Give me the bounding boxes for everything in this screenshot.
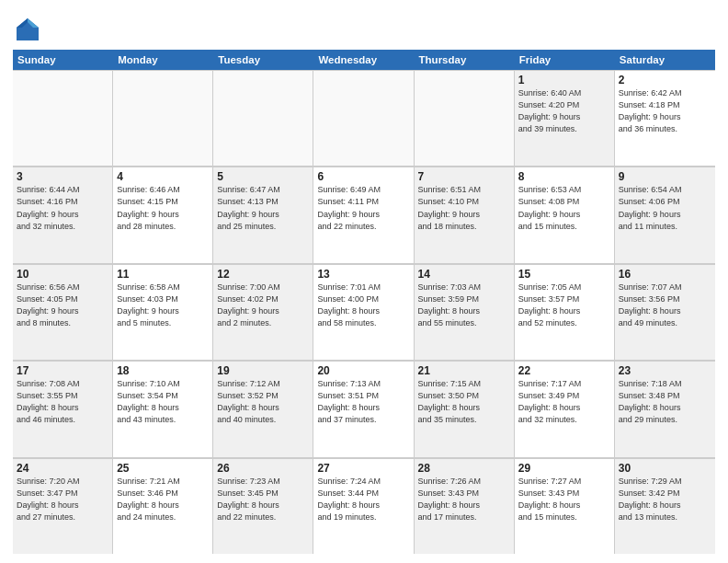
calendar-row-2: 10Sunrise: 6:56 AM Sunset: 4:05 PM Dayli… <box>13 264 715 361</box>
day-number: 12 <box>217 268 309 281</box>
day-info: Sunrise: 7:17 AM Sunset: 3:49 PM Dayligh… <box>518 378 610 426</box>
header-cell-friday: Friday <box>515 50 615 70</box>
day-info: Sunrise: 6:47 AM Sunset: 4:13 PM Dayligh… <box>217 184 309 232</box>
header-cell-saturday: Saturday <box>615 50 715 70</box>
calendar-cell-3-1: 18Sunrise: 7:10 AM Sunset: 3:54 PM Dayli… <box>113 361 213 456</box>
day-info: Sunrise: 6:49 AM Sunset: 4:11 PM Dayligh… <box>317 184 409 232</box>
day-info: Sunrise: 7:15 AM Sunset: 3:50 PM Dayligh… <box>418 378 510 426</box>
calendar-cell-3-2: 19Sunrise: 7:12 AM Sunset: 3:52 PM Dayli… <box>213 361 313 456</box>
day-number: 19 <box>217 364 309 377</box>
day-info: Sunrise: 7:20 AM Sunset: 3:47 PM Dayligh… <box>17 476 108 523</box>
day-number: 26 <box>217 462 309 475</box>
header-cell-thursday: Thursday <box>415 50 515 70</box>
calendar-cell-2-0: 10Sunrise: 6:56 AM Sunset: 4:05 PM Dayli… <box>13 264 113 360</box>
day-info: Sunrise: 6:53 AM Sunset: 4:08 PM Dayligh… <box>518 184 610 232</box>
day-info: Sunrise: 7:18 AM Sunset: 3:48 PM Dayligh… <box>619 378 711 426</box>
calendar-cell-2-5: 15Sunrise: 7:05 AM Sunset: 3:57 PM Dayli… <box>515 264 615 360</box>
calendar-row-3: 17Sunrise: 7:08 AM Sunset: 3:55 PM Dayli… <box>13 361 715 457</box>
calendar-cell-1-0: 3Sunrise: 6:44 AM Sunset: 4:16 PM Daylig… <box>13 167 113 262</box>
calendar-cell-2-4: 14Sunrise: 7:03 AM Sunset: 3:59 PM Dayli… <box>415 264 515 360</box>
day-number: 14 <box>418 268 510 281</box>
calendar-cell-0-0 <box>13 70 113 166</box>
calendar-cell-3-0: 17Sunrise: 7:08 AM Sunset: 3:55 PM Dayli… <box>13 361 113 456</box>
day-info: Sunrise: 7:13 AM Sunset: 3:51 PM Dayligh… <box>317 378 409 426</box>
day-number: 11 <box>117 268 209 281</box>
calendar-cell-0-4 <box>415 70 515 166</box>
day-number: 1 <box>518 74 610 86</box>
day-info: Sunrise: 7:05 AM Sunset: 3:57 PM Dayligh… <box>518 282 610 329</box>
calendar-cell-0-3 <box>313 70 414 166</box>
calendar-cell-4-3: 27Sunrise: 7:24 AM Sunset: 3:44 PM Dayli… <box>313 458 414 554</box>
calendar-cell-2-3: 13Sunrise: 7:01 AM Sunset: 4:00 PM Dayli… <box>313 264 414 360</box>
day-info: Sunrise: 7:26 AM Sunset: 3:43 PM Dayligh… <box>418 476 510 523</box>
calendar-cell-1-2: 5Sunrise: 6:47 AM Sunset: 4:13 PM Daylig… <box>213 167 313 262</box>
calendar-cell-1-6: 9Sunrise: 6:54 AM Sunset: 4:06 PM Daylig… <box>615 167 715 262</box>
calendar: SundayMondayTuesdayWednesdayThursdayFrid… <box>13 50 715 554</box>
calendar-cell-4-2: 26Sunrise: 7:23 AM Sunset: 3:45 PM Dayli… <box>213 458 313 554</box>
logo-icon <box>13 15 42 44</box>
logo <box>13 15 46 44</box>
calendar-cell-1-5: 8Sunrise: 6:53 AM Sunset: 4:08 PM Daylig… <box>515 167 615 262</box>
day-info: Sunrise: 6:54 AM Sunset: 4:06 PM Dayligh… <box>619 184 711 232</box>
day-info: Sunrise: 7:29 AM Sunset: 3:42 PM Dayligh… <box>619 476 711 523</box>
calendar-cell-1-3: 6Sunrise: 6:49 AM Sunset: 4:11 PM Daylig… <box>313 167 414 262</box>
day-info: Sunrise: 6:46 AM Sunset: 4:15 PM Dayligh… <box>117 184 209 232</box>
calendar-cell-0-5: 1Sunrise: 6:40 AM Sunset: 4:20 PM Daylig… <box>515 70 615 166</box>
calendar-cell-3-4: 21Sunrise: 7:15 AM Sunset: 3:50 PM Dayli… <box>415 361 515 456</box>
calendar-body: 1Sunrise: 6:40 AM Sunset: 4:20 PM Daylig… <box>13 70 715 554</box>
day-number: 7 <box>418 170 510 183</box>
day-info: Sunrise: 6:51 AM Sunset: 4:10 PM Dayligh… <box>418 184 510 232</box>
calendar-row-1: 3Sunrise: 6:44 AM Sunset: 4:16 PM Daylig… <box>13 167 715 263</box>
calendar-cell-4-6: 30Sunrise: 7:29 AM Sunset: 3:42 PM Dayli… <box>615 458 715 554</box>
day-number: 22 <box>518 364 610 377</box>
calendar-header: SundayMondayTuesdayWednesdayThursdayFrid… <box>13 50 715 70</box>
calendar-cell-2-6: 16Sunrise: 7:07 AM Sunset: 3:56 PM Dayli… <box>615 264 715 360</box>
day-number: 18 <box>117 364 209 377</box>
calendar-row-4: 24Sunrise: 7:20 AM Sunset: 3:47 PM Dayli… <box>13 458 715 554</box>
day-info: Sunrise: 6:56 AM Sunset: 4:05 PM Dayligh… <box>17 282 108 329</box>
day-number: 21 <box>418 364 510 377</box>
day-info: Sunrise: 7:24 AM Sunset: 3:44 PM Dayligh… <box>317 476 409 523</box>
day-number: 13 <box>317 268 409 281</box>
day-number: 8 <box>518 170 610 183</box>
page: SundayMondayTuesdayWednesdayThursdayFrid… <box>0 0 728 563</box>
calendar-cell-1-1: 4Sunrise: 6:46 AM Sunset: 4:15 PM Daylig… <box>113 167 213 262</box>
day-info: Sunrise: 7:10 AM Sunset: 3:54 PM Dayligh… <box>117 378 209 426</box>
day-info: Sunrise: 7:27 AM Sunset: 3:43 PM Dayligh… <box>518 476 610 523</box>
header-cell-tuesday: Tuesday <box>213 50 313 70</box>
header <box>13 11 715 44</box>
day-info: Sunrise: 7:08 AM Sunset: 3:55 PM Dayligh… <box>17 378 108 426</box>
calendar-cell-2-1: 11Sunrise: 6:58 AM Sunset: 4:03 PM Dayli… <box>113 264 213 360</box>
day-info: Sunrise: 7:21 AM Sunset: 3:46 PM Dayligh… <box>117 476 209 523</box>
day-number: 20 <box>317 364 409 377</box>
calendar-cell-2-2: 12Sunrise: 7:00 AM Sunset: 4:02 PM Dayli… <box>213 264 313 360</box>
day-info: Sunrise: 7:00 AM Sunset: 4:02 PM Dayligh… <box>217 282 309 329</box>
day-number: 27 <box>317 462 409 475</box>
day-info: Sunrise: 7:23 AM Sunset: 3:45 PM Dayligh… <box>217 476 309 523</box>
day-number: 6 <box>317 170 409 183</box>
day-info: Sunrise: 7:07 AM Sunset: 3:56 PM Dayligh… <box>619 282 711 329</box>
day-number: 15 <box>518 268 610 281</box>
day-number: 16 <box>619 268 711 281</box>
day-number: 29 <box>518 462 610 475</box>
day-number: 4 <box>117 170 209 183</box>
calendar-cell-4-4: 28Sunrise: 7:26 AM Sunset: 3:43 PM Dayli… <box>415 458 515 554</box>
calendar-cell-3-6: 23Sunrise: 7:18 AM Sunset: 3:48 PM Dayli… <box>615 361 715 456</box>
day-number: 3 <box>17 170 108 183</box>
day-number: 30 <box>619 462 711 475</box>
day-number: 23 <box>619 364 711 377</box>
calendar-cell-4-5: 29Sunrise: 7:27 AM Sunset: 3:43 PM Dayli… <box>515 458 615 554</box>
day-info: Sunrise: 7:01 AM Sunset: 4:00 PM Dayligh… <box>317 282 409 329</box>
day-info: Sunrise: 7:03 AM Sunset: 3:59 PM Dayligh… <box>418 282 510 329</box>
calendar-cell-0-6: 2Sunrise: 6:42 AM Sunset: 4:18 PM Daylig… <box>615 70 715 166</box>
day-number: 17 <box>17 364 108 377</box>
calendar-cell-0-1 <box>113 70 213 166</box>
calendar-cell-3-5: 22Sunrise: 7:17 AM Sunset: 3:49 PM Dayli… <box>515 361 615 456</box>
day-number: 10 <box>17 268 108 281</box>
day-info: Sunrise: 7:12 AM Sunset: 3:52 PM Dayligh… <box>217 378 309 426</box>
day-number: 2 <box>619 74 711 86</box>
day-number: 24 <box>17 462 108 475</box>
day-number: 5 <box>217 170 309 183</box>
calendar-cell-3-3: 20Sunrise: 7:13 AM Sunset: 3:51 PM Dayli… <box>313 361 414 456</box>
calendar-cell-0-2 <box>213 70 313 166</box>
